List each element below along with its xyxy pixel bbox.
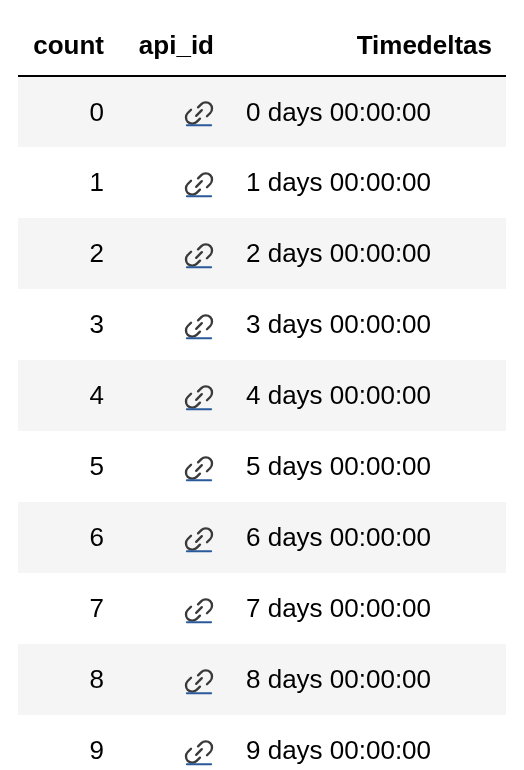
cell-count: 0 [18, 76, 118, 147]
cell-api-id [118, 360, 228, 431]
cell-api-id [118, 715, 228, 770]
cell-api-id [118, 573, 228, 644]
cell-timedelta: 2 days 00:00:00 [228, 218, 506, 289]
cell-api-id [118, 502, 228, 573]
cell-api-id [118, 147, 228, 218]
link-icon[interactable] [184, 595, 214, 625]
cell-timedelta: 5 days 00:00:00 [228, 431, 506, 502]
cell-api-id [118, 644, 228, 715]
cell-timedelta: 9 days 00:00:00 [228, 715, 506, 770]
column-header-timedeltas: Timedeltas [228, 20, 506, 76]
link-icon[interactable] [184, 666, 214, 696]
table-row: 3 3 days 00:00:00 [18, 289, 506, 360]
table-row: 1 1 days 00:00:00 [18, 147, 506, 218]
column-header-api-id: api_id [118, 20, 228, 76]
column-header-count: count [18, 20, 118, 76]
cell-timedelta: 4 days 00:00:00 [228, 360, 506, 431]
cell-count: 6 [18, 502, 118, 573]
cell-api-id [118, 76, 228, 147]
cell-timedelta: 7 days 00:00:00 [228, 573, 506, 644]
cell-count: 7 [18, 573, 118, 644]
cell-count: 5 [18, 431, 118, 502]
cell-count: 1 [18, 147, 118, 218]
table-row: 6 6 days 00:00:00 [18, 502, 506, 573]
table-row: 9 9 days 00:00:00 [18, 715, 506, 770]
link-icon[interactable] [184, 524, 214, 554]
cell-timedelta: 6 days 00:00:00 [228, 502, 506, 573]
link-icon[interactable] [184, 311, 214, 341]
cell-timedelta: 1 days 00:00:00 [228, 147, 506, 218]
link-icon[interactable] [184, 98, 214, 128]
cell-timedelta: 0 days 00:00:00 [228, 76, 506, 147]
table-row: 7 7 days 00:00:00 [18, 573, 506, 644]
link-icon[interactable] [184, 382, 214, 412]
link-icon[interactable] [184, 240, 214, 270]
table-row: 8 8 days 00:00:00 [18, 644, 506, 715]
cell-count: 2 [18, 218, 118, 289]
cell-api-id [118, 289, 228, 360]
cell-count: 8 [18, 644, 118, 715]
table-row: 0 0 days 00:00:00 [18, 76, 506, 147]
table-row: 4 4 days 00:00:00 [18, 360, 506, 431]
cell-count: 9 [18, 715, 118, 770]
cell-timedelta: 3 days 00:00:00 [228, 289, 506, 360]
cell-timedelta: 8 days 00:00:00 [228, 644, 506, 715]
cell-count: 4 [18, 360, 118, 431]
table-row: 5 5 days 00:00:00 [18, 431, 506, 502]
table-header-row: count api_id Timedeltas [18, 20, 506, 76]
link-icon[interactable] [184, 737, 214, 767]
data-table: count api_id Timedeltas 0 0 days 00:00:0… [18, 20, 506, 770]
link-icon[interactable] [184, 453, 214, 483]
cell-api-id [118, 431, 228, 502]
link-icon[interactable] [184, 169, 214, 199]
cell-api-id [118, 218, 228, 289]
table-row: 2 2 days 00:00:00 [18, 218, 506, 289]
cell-count: 3 [18, 289, 118, 360]
